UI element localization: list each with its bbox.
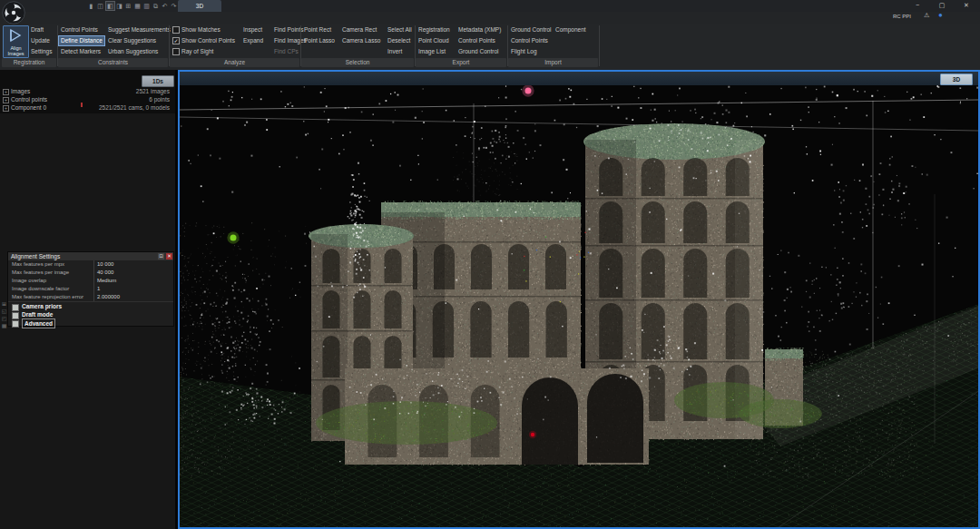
find-images-button[interactable]: Find Images [274,36,307,45]
dock-grid-icon[interactable]: ⊞ [1,301,7,308]
setting-value[interactable]: 40 000 [97,269,113,277]
update-button[interactable]: Update [31,36,50,45]
advanced-toggle[interactable]: Advanced [8,318,173,327]
title-bar: ▮ ◫ ◧ ◨ ⊞ ▦ ▥ ⧉ ↶ ↷ − ▢ ✕ [0,0,980,12]
select-all-button[interactable]: Select All [387,25,412,34]
alignment-settings-title: Alignment Settings [11,252,60,260]
detach-view-icon[interactable]: ⧉ [152,2,160,10]
realitycapture-logo[interactable] [2,1,25,24]
layout-2plus1-icon[interactable]: ◧ [105,1,115,11]
find-points-button[interactable]: Find Points [274,25,304,34]
tree-item-value: 2521/2521 cams, 0 models [99,103,170,112]
dock-window-icon[interactable]: ◱ [1,309,7,315]
align-images-button[interactable]: Align Images [3,25,29,58]
warning-icon[interactable]: ⚠ [924,12,929,19]
layout-1plus1-icon[interactable]: ◫ [96,2,104,10]
ray-of-sight-checkbox[interactable] [172,48,180,55]
export-ground-control-button[interactable]: Ground Control [458,47,498,56]
control-points-button[interactable]: Control Points [61,25,98,34]
tree-item-value: 6 points [149,95,170,103]
layout-1plus2-icon[interactable]: ◨ [115,2,123,10]
tree-item-label[interactable]: Component 0 [11,103,46,112]
group-export: Export [416,58,506,67]
group-constraints: Constraints [58,58,168,67]
redo-icon[interactable]: ↷ [170,2,178,10]
draft-mode-toggle[interactable]: Draft mode [8,310,173,318]
align-images-icon [9,28,23,43]
define-distance-button[interactable]: Define Distance [58,35,105,46]
close-button[interactable]: ✕ [958,0,975,11]
alignment-settings-header[interactable]: Alignment Settings ⊡ ✕ [8,252,173,260]
minimize-button[interactable]: − [909,0,926,11]
inspect-button[interactable]: Inspect [243,25,262,34]
maximize-button[interactable]: ▢ [934,0,950,11]
camera-rect-button[interactable]: Camera Rect [342,25,377,34]
dock-table-icon[interactable]: ▦ [1,323,7,329]
expand-icon[interactable]: + [3,105,9,112]
import-control-points-button[interactable]: Control Points [511,36,548,45]
urban-suggestions-button[interactable]: Urban Suggestions [108,47,158,56]
tree-item-component-0[interactable]: + Component 0 2521/2521 cams, 0 models [0,103,175,112]
ribbon-tab-row: WORKFLOW ALIGNMENT RECONSTRUCTION SCENE [0,12,980,24]
point-cloud-scene[interactable] [180,85,978,527]
camera-lasso-button[interactable]: Camera Lasso [342,36,380,45]
component-color-marker [81,103,83,107]
expand-icon[interactable]: + [3,97,9,103]
tree-item-label[interactable]: Images [11,87,30,95]
layout-single-icon[interactable]: ▮ [87,2,95,10]
setting-value[interactable]: 1 [97,285,100,293]
import-flight-log-button[interactable]: Flight Log [511,47,537,56]
account-status-icon[interactable]: ● [938,11,943,19]
export-point-cloud-button[interactable]: Point Cloud [418,36,449,45]
view-tab-3d[interactable]: 3D [178,0,221,12]
setting-label: Max feature reprojection error [12,293,83,301]
export-metadata-xmp-button[interactable]: Metadata (XMP) [458,25,501,34]
point-lasso-button[interactable]: Point Lasso [304,36,335,45]
dock-panel-icon[interactable]: ⊡ [158,253,164,260]
realitycapture-window: ▮ ◫ ◧ ◨ ⊞ ▦ ▥ ⧉ ↶ ↷ − ▢ ✕ 3D WORKFLOW AL… [0,0,980,529]
view-layout-button-1ds[interactable]: 1Ds [142,75,174,87]
tree-item-label[interactable]: Control points [11,95,47,103]
export-registration-button[interactable]: Registration [418,25,450,34]
setting-label: Image downscale factor [12,285,69,293]
show-matches-checkbox[interactable] [172,26,180,34]
detect-markers-button[interactable]: Detect Markers [61,47,101,56]
ray-of-sight-label[interactable]: Ray of Sight [181,47,213,56]
toggle-label: Advanced [22,318,55,328]
checkbox-icon[interactable] [12,320,19,328]
tree-item-control-points[interactable]: + Control points 6 points [0,95,175,103]
layout-wide-icon[interactable]: ▥ [142,2,151,10]
suggest-measurements-button[interactable]: Suggest Measurements [108,25,171,34]
setting-value[interactable]: Medium [97,277,116,285]
viewport-3d-button[interactable]: 3D [940,73,973,85]
export-image-list-button[interactable]: Image List [418,47,446,56]
layout-quad-icon[interactable]: ⊞ [124,2,132,10]
show-control-points-label[interactable]: Show Control Points [181,36,235,45]
expand-icon[interactable]: + [3,89,9,95]
tree-item-images[interactable]: + Images 2521 images [0,87,175,95]
invert-button[interactable]: Invert [387,47,402,56]
clear-suggestions-button[interactable]: Clear Suggestions [108,36,156,45]
setting-value[interactable]: 2.000000 [97,293,120,301]
close-panel-icon[interactable]: ✕ [166,253,172,260]
ribbon-separator [599,25,600,66]
group-import: Import [508,58,598,67]
dock-split-icon[interactable]: ◰ [1,316,7,322]
show-matches-label[interactable]: Show Matches [181,25,220,34]
point-rect-button[interactable]: Point Rect [304,25,331,34]
undo-icon[interactable]: ↶ [161,2,169,10]
import-component-button[interactable]: Component [555,25,586,34]
setting-value[interactable]: 10 000 [97,260,113,269]
export-control-points-button[interactable]: Control Points [458,36,495,45]
setting-row[interactable]: Max feature reprojection error 2.000000 [8,293,173,302]
draft-button[interactable]: Draft [31,25,44,34]
toggle-label: Camera priors [22,302,62,310]
show-control-points-checkbox[interactable]: ✓ [172,37,180,44]
import-ground-control-button[interactable]: Ground Control [511,25,551,34]
expand-button[interactable]: Expand [243,36,263,45]
ribbon: Align Images Draft Update Settings Regis… [0,24,980,71]
camera-priors-toggle[interactable]: Camera priors [8,302,173,310]
settings-button[interactable]: Settings [31,47,53,56]
deselect-button[interactable]: Deselect [387,36,410,45]
layout-grid-icon[interactable]: ▦ [133,2,142,10]
